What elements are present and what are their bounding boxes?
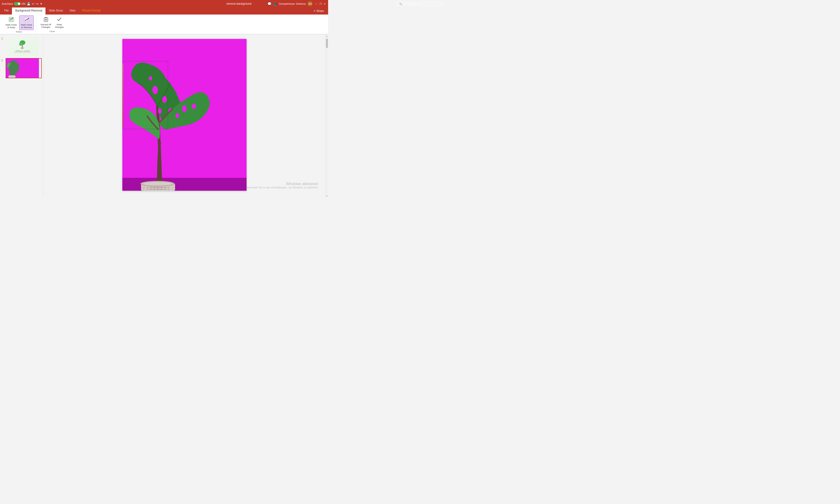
pencil-stroke bbox=[122, 64, 123, 127]
mark-remove-label: Mark Areasto Remove bbox=[21, 23, 32, 29]
ribbon-group-refine: Mark Areasto Keep Mark Areasto Remove Re… bbox=[2, 16, 36, 33]
comments-icon[interactable]: 💬 bbox=[267, 2, 271, 6]
vertical-scrollbar[interactable]: ▲ ▼ bbox=[325, 34, 328, 197]
restore-button[interactable]: ❐ bbox=[319, 2, 322, 5]
svg-point-19 bbox=[182, 105, 187, 112]
mark-areas-to-remove-button[interactable]: Mark Areasto Remove bbox=[19, 16, 34, 30]
autosave-toggle-pill[interactable] bbox=[14, 2, 21, 5]
tab-background-removal[interactable]: Background Removal bbox=[12, 7, 46, 15]
ribbon-content: Mark Areasto Keep Mark Areasto Remove Re… bbox=[0, 15, 328, 34]
user-avatar: GJ bbox=[307, 1, 312, 6]
autosave-state: ON bbox=[21, 2, 25, 5]
scroll-up-arrow[interactable]: ▲ bbox=[325, 35, 328, 38]
doc-title: remove-background bbox=[227, 2, 251, 5]
slide-number-2: 2 bbox=[1, 58, 4, 62]
undo-icon[interactable]: ↩ bbox=[32, 2, 34, 6]
minimize-button[interactable]: ─ bbox=[315, 2, 318, 5]
slide-thumb-2[interactable] bbox=[6, 58, 42, 78]
svg-rect-13 bbox=[8, 75, 16, 78]
scroll-thumb[interactable] bbox=[326, 39, 328, 48]
save-icon[interactable]: 💾 bbox=[27, 2, 31, 6]
close-button[interactable]: ✕ bbox=[323, 2, 326, 5]
mark-keep-icon bbox=[8, 17, 14, 23]
user-name: Gumpelmeyer Johanna bbox=[279, 2, 306, 5]
ribbon-group-close: Discard AllChanges KeepChanges Close bbox=[37, 16, 68, 33]
plant-illustration bbox=[122, 41, 213, 191]
tab-picture-format[interactable]: Picture Format bbox=[79, 7, 104, 15]
autosave-toggle[interactable]: AutoSave ON bbox=[2, 2, 25, 5]
autosave-label: AutoSave bbox=[2, 2, 13, 5]
svg-point-18 bbox=[149, 76, 152, 80]
keep-label: KeepChanges bbox=[55, 23, 64, 29]
customize-icon[interactable]: ▼ bbox=[40, 2, 42, 5]
mark-areas-to-keep-button[interactable]: Mark Areasto Keep bbox=[4, 16, 18, 30]
discard-label: Discard AllChanges bbox=[40, 23, 51, 29]
title-bar-right: remove-background 💬 📺 Gumpelmeyer Johann… bbox=[227, 1, 326, 6]
svg-point-1 bbox=[12, 18, 13, 19]
share-button[interactable]: ↗ Share bbox=[310, 8, 327, 14]
refine-group-label: Refine bbox=[16, 31, 22, 33]
scroll-down-arrow[interactable]: ▼ bbox=[325, 195, 328, 197]
title-bar: AutoSave ON 💾 ↩ ↪ ▼ 🔍 Search (Alt+Q) rem… bbox=[0, 0, 328, 7]
watermark-line2: Wechseln Sie zu den Einstellungen, um Wi… bbox=[247, 186, 318, 189]
mark-remove-icon bbox=[24, 17, 29, 23]
mark-keep-label: Mark Areasto Keep bbox=[6, 23, 17, 29]
slide-item-2: 2 bbox=[1, 58, 42, 78]
redo-icon[interactable]: ↪ bbox=[36, 2, 38, 6]
present-icon[interactable]: 📺 bbox=[273, 2, 277, 6]
keep-changes-button[interactable]: KeepChanges bbox=[53, 16, 65, 30]
svg-point-11 bbox=[21, 47, 24, 49]
ribbon-tabs: File Background Removal Slide Show View … bbox=[0, 7, 328, 15]
discard-icon bbox=[43, 16, 49, 23]
share-icon: ↗ bbox=[313, 10, 316, 13]
svg-rect-2 bbox=[24, 17, 29, 22]
slide-panel: 1 TROPICAL LEAVES REMOVE IMAGE BACKGROUN… bbox=[0, 34, 43, 197]
close-buttons: Discard AllChanges KeepChanges bbox=[39, 16, 65, 30]
windows-watermark: Windows aktivieren Wechseln Sie zu den E… bbox=[247, 182, 318, 189]
tab-file[interactable]: File bbox=[1, 7, 12, 15]
svg-point-16 bbox=[158, 108, 162, 114]
svg-point-14 bbox=[153, 86, 158, 94]
discard-all-changes-button[interactable]: Discard AllChanges bbox=[39, 16, 53, 30]
svg-point-3 bbox=[28, 18, 29, 19]
svg-point-24 bbox=[142, 182, 173, 185]
watermark-line1: Windows aktivieren bbox=[247, 182, 318, 186]
slide-thumb-1[interactable]: TROPICAL LEAVES REMOVE IMAGE BACKGROUND bbox=[6, 36, 42, 56]
tab-slide-show[interactable]: Slide Show bbox=[46, 7, 66, 15]
slide-canvas[interactable] bbox=[122, 39, 247, 191]
tab-view[interactable]: View bbox=[66, 7, 79, 15]
keep-icon bbox=[56, 16, 62, 23]
ribbon: File Background Removal Slide Show View … bbox=[0, 7, 328, 34]
title-bar-left: AutoSave ON 💾 ↩ ↪ ▼ bbox=[2, 2, 42, 6]
canvas-area: Windows aktivieren Wechseln Sie zu den E… bbox=[43, 34, 325, 197]
svg-point-21 bbox=[176, 113, 179, 118]
slide-item-1: 1 TROPICAL LEAVES REMOVE IMAGE BACKGROUN… bbox=[1, 36, 42, 56]
svg-point-20 bbox=[192, 104, 196, 109]
refine-buttons: Mark Areasto Keep Mark Areasto Remove bbox=[4, 16, 34, 30]
window-controls: ─ ❐ ✕ bbox=[315, 2, 326, 5]
slide-number-1: 1 bbox=[1, 36, 4, 40]
share-label: Share bbox=[317, 10, 324, 13]
close-group-label: Close bbox=[50, 30, 55, 33]
